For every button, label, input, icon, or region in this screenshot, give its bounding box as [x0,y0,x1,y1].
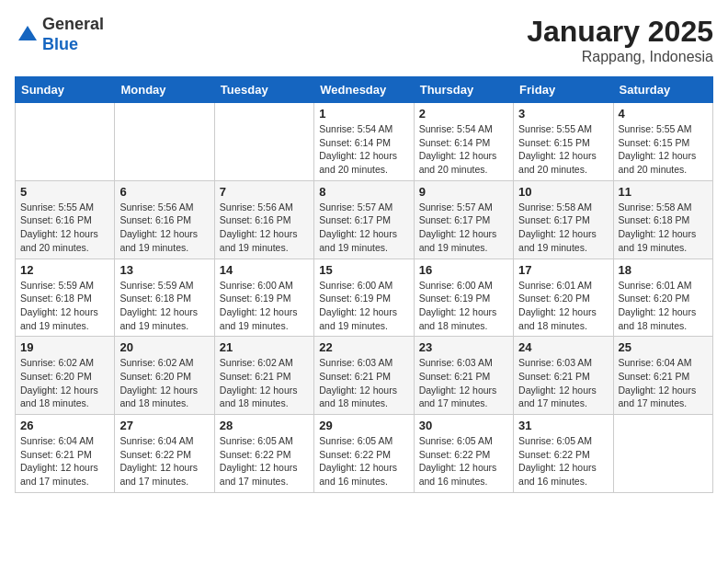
logo-general-text: General [42,15,104,35]
day-info: Sunrise: 6:04 AM Sunset: 6:21 PM Dayligh… [619,356,708,410]
day-info: Sunrise: 6:02 AM Sunset: 6:20 PM Dayligh… [119,356,209,410]
day-info: Sunrise: 5:58 AM Sunset: 6:18 PM Dayligh… [619,201,708,255]
day-number: 6 [119,185,209,199]
day-number: 26 [20,419,109,432]
day-info: Sunrise: 5:59 AM Sunset: 6:18 PM Dayligh… [20,279,109,333]
calendar-week-row: 26Sunrise: 6:04 AM Sunset: 6:21 PM Dayli… [16,415,713,493]
calendar-cell: 17Sunrise: 6:01 AM Sunset: 6:20 PM Dayli… [514,259,613,337]
day-number: 16 [419,263,508,277]
logo-blue-text: Blue [42,35,104,55]
day-info: Sunrise: 6:04 AM Sunset: 6:21 PM Dayligh… [20,434,109,488]
day-number: 25 [619,340,708,354]
calendar-cell: 19Sunrise: 6:02 AM Sunset: 6:20 PM Dayli… [16,337,115,415]
calendar-week-row: 1Sunrise: 5:54 AM Sunset: 6:14 PM Daylig… [16,103,713,181]
calendar-week-row: 19Sunrise: 6:02 AM Sunset: 6:20 PM Dayli… [16,337,713,415]
calendar-cell: 2Sunrise: 5:54 AM Sunset: 6:14 PM Daylig… [414,103,513,181]
day-number: 17 [518,263,608,277]
calendar-week-row: 12Sunrise: 5:59 AM Sunset: 6:18 PM Dayli… [16,259,713,337]
day-info: Sunrise: 6:01 AM Sunset: 6:20 PM Dayligh… [619,279,708,333]
day-info: Sunrise: 6:02 AM Sunset: 6:20 PM Dayligh… [20,356,109,410]
calendar-cell: 12Sunrise: 5:59 AM Sunset: 6:18 PM Dayli… [16,259,115,337]
day-number: 29 [319,419,408,432]
weekday-header: Wednesday [314,77,414,103]
calendar-cell: 14Sunrise: 6:00 AM Sunset: 6:19 PM Dayli… [214,259,313,337]
day-number: 2 [419,107,508,121]
day-number: 3 [518,107,608,121]
day-number: 20 [119,340,209,354]
calendar-cell: 26Sunrise: 6:04 AM Sunset: 6:21 PM Dayli… [16,415,115,493]
calendar-cell: 5Sunrise: 5:55 AM Sunset: 6:16 PM Daylig… [16,180,115,259]
day-number: 10 [518,185,608,199]
day-number: 8 [319,185,408,199]
logo-icon [17,24,39,46]
calendar-cell: 30Sunrise: 6:05 AM Sunset: 6:22 PM Dayli… [414,415,513,493]
calendar-cell: 29Sunrise: 6:05 AM Sunset: 6:22 PM Dayli… [314,415,414,493]
calendar-table: SundayMondayTuesdayWednesdayThursdayFrid… [15,76,713,493]
day-info: Sunrise: 6:03 AM Sunset: 6:21 PM Dayligh… [419,356,508,410]
day-number: 21 [220,340,309,354]
weekday-header: Thursday [414,77,513,103]
day-info: Sunrise: 5:57 AM Sunset: 6:17 PM Dayligh… [319,201,408,255]
calendar-cell: 16Sunrise: 6:00 AM Sunset: 6:19 PM Dayli… [414,259,513,337]
calendar-cell: 11Sunrise: 5:58 AM Sunset: 6:18 PM Dayli… [613,180,712,259]
calendar-cell: 4Sunrise: 5:55 AM Sunset: 6:15 PM Daylig… [613,103,712,181]
day-number: 22 [319,340,408,354]
calendar-cell: 22Sunrise: 6:03 AM Sunset: 6:21 PM Dayli… [314,337,414,415]
day-info: Sunrise: 5:59 AM Sunset: 6:18 PM Dayligh… [119,279,209,333]
calendar-cell: 15Sunrise: 6:00 AM Sunset: 6:19 PM Dayli… [314,259,414,337]
weekday-header: Monday [115,77,214,103]
calendar-cell: 31Sunrise: 6:05 AM Sunset: 6:22 PM Dayli… [514,415,613,493]
logo-text: General Blue [42,15,104,54]
calendar-cell [16,103,115,181]
day-info: Sunrise: 6:05 AM Sunset: 6:22 PM Dayligh… [419,434,508,488]
day-info: Sunrise: 6:02 AM Sunset: 6:21 PM Dayligh… [220,356,309,410]
day-number: 30 [419,419,508,432]
calendar-cell: 9Sunrise: 5:57 AM Sunset: 6:17 PM Daylig… [414,180,513,259]
calendar-cell: 27Sunrise: 6:04 AM Sunset: 6:22 PM Dayli… [115,415,214,493]
day-info: Sunrise: 6:04 AM Sunset: 6:22 PM Dayligh… [119,434,209,488]
calendar-cell: 18Sunrise: 6:01 AM Sunset: 6:20 PM Dayli… [613,259,712,337]
calendar-cell: 24Sunrise: 6:03 AM Sunset: 6:21 PM Dayli… [514,337,613,415]
svg-marker-0 [18,26,37,40]
weekday-header-row: SundayMondayTuesdayWednesdayThursdayFrid… [16,77,713,103]
calendar-cell: 23Sunrise: 6:03 AM Sunset: 6:21 PM Dayli… [414,337,513,415]
day-info: Sunrise: 5:56 AM Sunset: 6:16 PM Dayligh… [220,201,309,255]
weekday-header: Sunday [16,77,115,103]
day-info: Sunrise: 5:55 AM Sunset: 6:15 PM Dayligh… [518,122,608,177]
day-number: 7 [220,185,309,199]
day-number: 27 [119,419,209,432]
weekday-header: Tuesday [214,77,313,103]
weekday-header: Friday [514,77,613,103]
day-info: Sunrise: 5:54 AM Sunset: 6:14 PM Dayligh… [319,122,408,177]
day-info: Sunrise: 5:55 AM Sunset: 6:16 PM Dayligh… [20,201,109,255]
day-info: Sunrise: 6:00 AM Sunset: 6:19 PM Dayligh… [220,279,309,333]
calendar-cell: 10Sunrise: 5:58 AM Sunset: 6:17 PM Dayli… [514,180,613,259]
day-number: 23 [419,340,508,354]
logo: General Blue [15,15,104,54]
title-block: January 2025 Rappang, Indonesia [527,15,713,65]
day-info: Sunrise: 6:01 AM Sunset: 6:20 PM Dayligh… [518,279,608,333]
calendar-cell [214,103,313,181]
calendar-cell: 25Sunrise: 6:04 AM Sunset: 6:21 PM Dayli… [613,337,712,415]
day-number: 31 [518,419,608,432]
day-number: 11 [619,185,708,199]
page-header: General Blue January 2025 Rappang, Indon… [15,15,713,65]
calendar-cell [115,103,214,181]
day-info: Sunrise: 6:03 AM Sunset: 6:21 PM Dayligh… [518,356,608,410]
day-info: Sunrise: 5:58 AM Sunset: 6:17 PM Dayligh… [518,201,608,255]
day-info: Sunrise: 5:55 AM Sunset: 6:15 PM Dayligh… [619,122,708,177]
day-number: 15 [319,263,408,277]
location-title: Rappang, Indonesia [527,49,713,65]
calendar-cell: 7Sunrise: 5:56 AM Sunset: 6:16 PM Daylig… [214,180,313,259]
calendar-cell: 13Sunrise: 5:59 AM Sunset: 6:18 PM Dayli… [115,259,214,337]
calendar-cell: 3Sunrise: 5:55 AM Sunset: 6:15 PM Daylig… [514,103,613,181]
day-number: 5 [20,185,109,199]
calendar-cell: 8Sunrise: 5:57 AM Sunset: 6:17 PM Daylig… [314,180,414,259]
calendar-cell [613,415,712,493]
weekday-header: Saturday [613,77,712,103]
calendar-cell: 1Sunrise: 5:54 AM Sunset: 6:14 PM Daylig… [314,103,414,181]
day-number: 28 [220,419,309,432]
day-number: 24 [518,340,608,354]
calendar-cell: 21Sunrise: 6:02 AM Sunset: 6:21 PM Dayli… [214,337,313,415]
month-title: January 2025 [527,15,713,49]
